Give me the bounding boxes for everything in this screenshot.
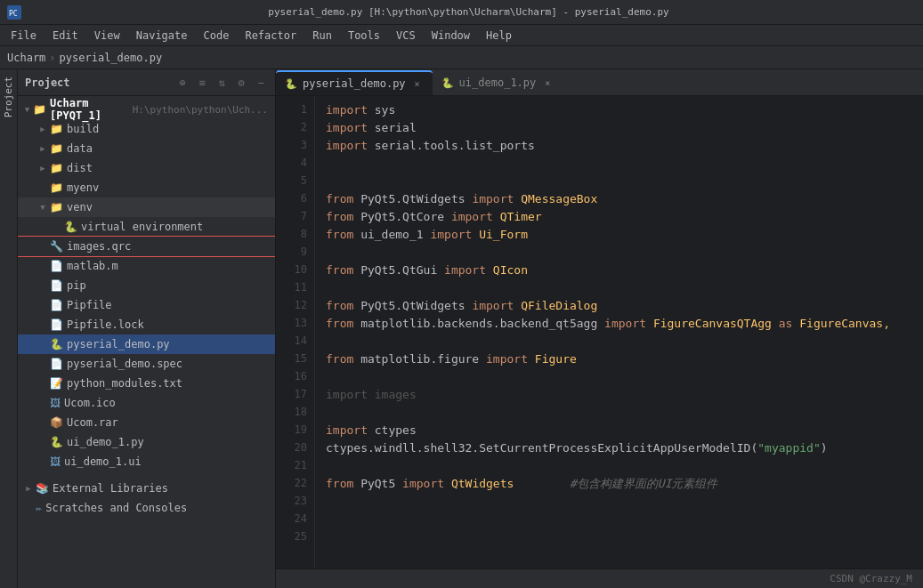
tree-item-images-qrc[interactable]: ▶ 🔧 images.qrc: [18, 237, 275, 256]
tree-label-build: build: [67, 123, 99, 135]
line-number: 12: [276, 297, 307, 315]
tree-item-ui-demo-ui[interactable]: ▶ 🖼 ui_demo_1.ui: [18, 452, 275, 471]
tab-close-uidemo[interactable]: ×: [541, 77, 554, 89]
project-sort-btn[interactable]: ⇅: [215, 76, 229, 90]
menu-edit[interactable]: Edit: [45, 28, 85, 44]
menu-window[interactable]: Window: [425, 28, 477, 44]
code-token: import: [326, 101, 368, 119]
code-token: from: [326, 350, 353, 368]
tab-ui-demo[interactable]: 🐍 ui_demo_1.py ×: [433, 70, 563, 95]
scratch-icon: ✏: [36, 502, 42, 514]
tab-pyserial-demo[interactable]: 🐍 pyserial_demo.py ×: [276, 70, 433, 95]
line-number: 11: [276, 279, 307, 297]
menu-navigate[interactable]: Navigate: [129, 28, 195, 44]
code-token: from: [326, 190, 353, 208]
file-icon-matlab: 📄: [50, 260, 63, 272]
code-line: ctypes.windll.shell32.SetCurrentProcessE…: [326, 439, 912, 457]
code-line: [326, 511, 912, 528]
code-line: from PyQt5 import QtWidgets #包含构建界面的UI元素…: [326, 475, 912, 493]
breadcrumb-sep: ›: [49, 52, 55, 64]
code-token: from: [326, 262, 353, 279]
tab-label-uidemo: ui_demo_1.py: [459, 77, 537, 89]
breadcrumb-ucharm[interactable]: Ucharm: [7, 52, 45, 64]
line-number: 23: [276, 493, 307, 511]
folder-icon-build: 📁: [50, 123, 63, 135]
project-vertical-tab[interactable]: Project: [1, 73, 16, 121]
status-text: CSDN @Crazzy_M: [830, 573, 912, 584]
tree-item-venv[interactable]: ▼ 📁 venv: [18, 197, 275, 217]
file-icon-pip: 📄: [50, 279, 63, 292]
project-collapse-btn[interactable]: ≡: [195, 76, 209, 90]
txt-icon-modules: 📝: [50, 377, 63, 390]
code-token: import: [402, 475, 444, 493]
code-content[interactable]: import sysimport serialimport serial.too…: [315, 96, 923, 568]
code-token: import: [451, 208, 493, 226]
project-settings-btn[interactable]: ⚙: [234, 76, 248, 90]
code-line: import sys: [326, 101, 912, 119]
tab-label-pyserial: pyserial_demo.py: [303, 77, 406, 90]
line-number: 17: [276, 386, 307, 404]
line-number: 7: [276, 208, 307, 226]
tree-item-pyserial-spec[interactable]: ▶ 📄 pyserial_demo.spec: [18, 354, 275, 374]
menu-code[interactable]: Code: [197, 28, 237, 44]
tree-item-ucom-rar[interactable]: ▶ 📦 Ucom.rar: [18, 413, 275, 432]
tree-label-pipfile: Pipfile: [67, 299, 112, 311]
tree-item-data[interactable]: ▶ 📁 data: [18, 139, 275, 158]
tree-arrow-external-libs: ▶: [21, 481, 36, 495]
tree-item-pip[interactable]: ▶ 📄 pip: [18, 276, 275, 295]
menu-vcs[interactable]: VCS: [389, 28, 423, 44]
line-number: 20: [276, 439, 307, 457]
rar-icon-ucom: 📦: [50, 416, 63, 429]
code-token: import: [326, 137, 368, 155]
tree-item-pyserial-demo[interactable]: ▶ 🐍 pyserial_demo.py: [18, 334, 275, 354]
tree-root-label: Ucharm [PYQT_1]: [50, 97, 129, 122]
py-icon-uidemo: 🐍: [50, 436, 63, 448]
code-line: [326, 404, 912, 422]
code-token: import: [430, 226, 472, 244]
menu-refactor[interactable]: Refactor: [238, 28, 304, 44]
code-token: ctypes.windll.shell32.SetCurrentProcessE…: [326, 439, 757, 457]
code-token: PyQt5.QtCore: [353, 208, 451, 226]
tree-root[interactable]: ▼ 📁 Ucharm [PYQT_1] H:\python\python\Uch…: [18, 100, 275, 119]
tree-arrow-root: ▼: [21, 102, 33, 117]
tree-label-scratches: Scratches and Consoles: [45, 502, 187, 514]
line-number: 10: [276, 262, 307, 279]
code-token: PyQt5: [353, 475, 402, 493]
tree-item-scratches[interactable]: ▶ ✏ Scratches and Consoles: [18, 498, 275, 518]
line-number: 22: [276, 475, 307, 493]
tree-item-ucom-ico[interactable]: ▶ 🖼 Ucom.ico: [18, 393, 275, 413]
menu-tools[interactable]: Tools: [341, 28, 387, 44]
tree-item-ui-demo-py[interactable]: ▶ 🐍 ui_demo_1.py: [18, 432, 275, 452]
menu-view[interactable]: View: [87, 28, 127, 44]
code-token: PyQt5.QtGui: [353, 262, 444, 279]
code-token: QIcon: [493, 262, 528, 279]
code-token: FigureCanvasQTAgg: [653, 315, 772, 333]
menu-run[interactable]: Run: [305, 28, 339, 44]
tree-item-build[interactable]: ▶ 📁 build: [18, 119, 275, 139]
tree-item-python-modules[interactable]: ▶ 📝 python_modules.txt: [18, 374, 275, 393]
tree-item-dist[interactable]: ▶ 📁 dist: [18, 158, 275, 178]
code-line: import serial.tools.list_ports: [326, 137, 912, 155]
line-number: 2: [276, 119, 307, 137]
tree-item-pipfile-lock[interactable]: ▶ 📄 Pipfile.lock: [18, 315, 275, 334]
tree-label-ui-demo-py: ui_demo_1.py: [67, 436, 144, 448]
code-line: [326, 155, 912, 173]
code-token: "myappid": [757, 439, 820, 457]
tree-item-pipfile[interactable]: ▶ 📄 Pipfile: [18, 295, 275, 315]
code-token: [528, 350, 535, 368]
line-number: 16: [276, 368, 307, 386]
tree-item-myenv[interactable]: ▶ 📁 myenv: [18, 178, 275, 197]
tab-close-pyserial[interactable]: ×: [411, 77, 424, 90]
tree-item-virtualenv[interactable]: ▶ 🐍 virtual environment: [18, 217, 275, 237]
breadcrumb-file[interactable]: pyserial_demo.py: [60, 52, 163, 64]
tree-item-external-libs[interactable]: ▶ 📚 External Libraries: [18, 479, 275, 498]
tree-item-matlab[interactable]: ▶ 📄 matlab.m: [18, 256, 275, 276]
project-close-btn[interactable]: −: [254, 76, 268, 90]
line-number: 5: [276, 173, 307, 190]
title-bar: PC pyserial_demo.py [H:\python\python\Uc…: [0, 0, 923, 25]
code-token: matplotlib.figure: [353, 350, 486, 368]
line-number: 24: [276, 511, 307, 528]
project-add-btn[interactable]: ⊕: [175, 76, 190, 90]
menu-file[interactable]: File: [4, 28, 44, 44]
menu-help[interactable]: Help: [479, 28, 519, 44]
